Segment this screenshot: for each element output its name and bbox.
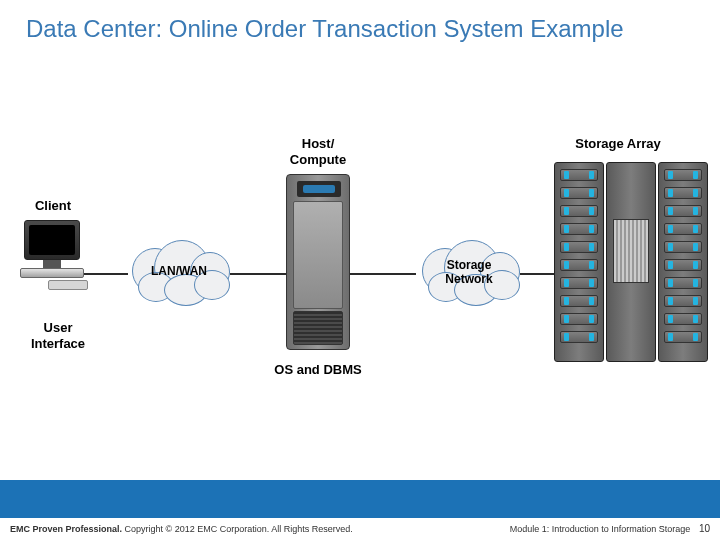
diagram-canvas: Host/ Compute Storage Array Client LAN/W… <box>0 80 720 460</box>
conn-server-san <box>350 273 416 275</box>
storage-mid-panel <box>613 219 649 283</box>
server-body <box>293 201 343 309</box>
footer-copyright: Copyright © 2012 EMC Corporation. All Ri… <box>122 524 353 534</box>
label-client: Client <box>28 198 78 214</box>
label-storage-network: Storage Network <box>414 258 524 286</box>
server-tower <box>286 174 350 350</box>
conn-san-array <box>520 273 554 275</box>
monitor-icon <box>24 220 80 260</box>
cloud-storage-network: Storage Network <box>414 238 524 302</box>
keyboard-icon <box>48 280 88 290</box>
storage-rack-mid <box>606 162 656 362</box>
storage-rack-right <box>658 162 708 362</box>
label-host-compute: Host/ Compute <box>278 136 358 167</box>
footer-band <box>0 480 720 518</box>
server-grill <box>293 311 343 345</box>
cloud-lan-wan: LAN/WAN <box>124 238 234 302</box>
page-number: 10 <box>699 523 710 534</box>
label-user-interface: User Interface <box>18 320 98 351</box>
label-lan-wan: LAN/WAN <box>124 264 234 278</box>
conn-lan-server <box>230 273 286 275</box>
label-storage-array: Storage Array <box>558 136 678 152</box>
monitor-stand <box>43 260 61 268</box>
slide-title: Data Center: Online Order Transaction Sy… <box>0 0 720 44</box>
storage-rack-left <box>554 162 604 362</box>
footer-brand: EMC Proven Professional. <box>10 524 122 534</box>
footer-module: Module 1: Introduction to Information St… <box>510 524 691 534</box>
desktop-base <box>20 268 84 278</box>
label-os-dbms: OS and DBMS <box>258 362 378 378</box>
server-top-unit <box>297 181 341 197</box>
footer-text: EMC Proven Professional. Copyright © 201… <box>10 523 710 534</box>
